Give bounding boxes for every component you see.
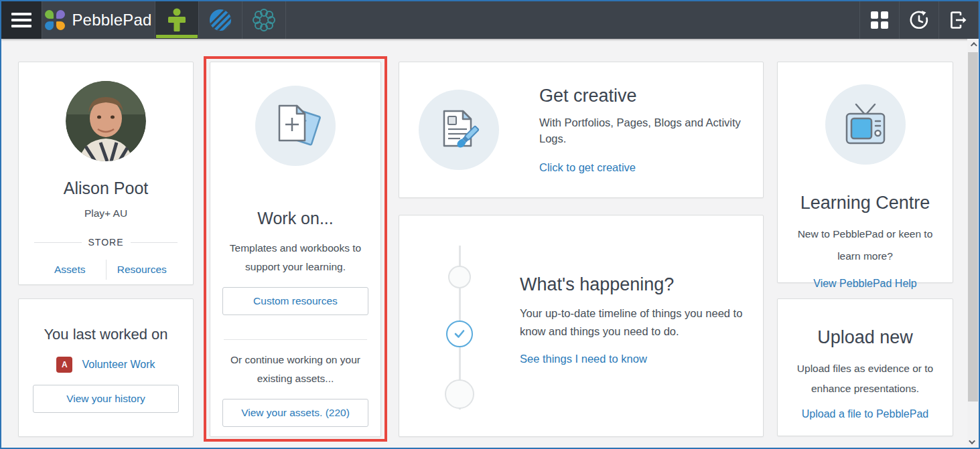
history-button[interactable] xyxy=(900,1,938,39)
learning-centre-description: New to PebblePad or keen to learn more? xyxy=(789,223,942,267)
work-on-description: Templates and workbooks to support your … xyxy=(222,239,369,276)
timeline-check-icon xyxy=(446,321,473,347)
work-on-card: Work on... Templates and workbooks to su… xyxy=(210,62,381,437)
get-creative-description: With Portfolios, Pages, Blogs and Activi… xyxy=(539,114,763,147)
scrollbar-thumb[interactable] xyxy=(968,52,978,401)
history-icon xyxy=(908,9,930,31)
plus-person-icon xyxy=(165,8,188,32)
pebblepad-logo-icon xyxy=(45,10,65,30)
profile-card: Alison Poot Play+ AU STORE Assets Resour… xyxy=(18,62,194,285)
work-on-or-text: Or continue working on your existing ass… xyxy=(222,351,369,388)
whats-happening-card: What's happening? Your up-to-date timeli… xyxy=(399,215,764,437)
pebblepad-dashboard: PebblePad xyxy=(0,0,980,449)
get-creative-card: Get creative With Portfolios, Pages, Blo… xyxy=(399,62,764,198)
last-worked-card: You last worked on A Volunteer Work View… xyxy=(18,298,194,437)
timeline-dot xyxy=(445,379,474,409)
scroll-down-icon[interactable] xyxy=(967,436,979,448)
brand-name: PebblePad xyxy=(72,11,151,29)
top-navbar: PebblePad xyxy=(1,1,979,39)
learning-centre-title: Learning Centre xyxy=(800,193,930,213)
apps-grid-button[interactable] xyxy=(860,1,899,39)
store-label: STORE xyxy=(88,237,124,248)
hamburger-icon xyxy=(11,13,31,15)
logout-button[interactable] xyxy=(939,1,978,39)
vertical-scrollbar[interactable] xyxy=(967,39,979,448)
whats-happening-description: Your up-to-date timeline of things you n… xyxy=(520,304,748,341)
pebblepad-help-link[interactable]: View PebblePad Help xyxy=(813,278,916,290)
get-creative-link[interactable]: Click to get creative xyxy=(539,161,636,174)
assets-link[interactable]: Assets xyxy=(54,264,86,275)
tab-flourish[interactable] xyxy=(242,1,285,39)
see-things-link[interactable]: See things I need to know xyxy=(520,353,647,365)
upload-new-title: Upload new xyxy=(817,327,913,348)
profile-name: Alison Poot xyxy=(64,179,148,198)
flower-ring-icon xyxy=(252,8,276,32)
view-history-button[interactable]: View your history xyxy=(33,385,179,413)
learning-centre-icon-circle xyxy=(825,84,906,165)
store-divider: STORE xyxy=(34,237,178,248)
upload-file-link[interactable]: Upload a file to PebblePad xyxy=(802,408,928,420)
avatar[interactable] xyxy=(66,81,146,161)
logout-icon xyxy=(949,10,969,30)
scroll-up-icon[interactable] xyxy=(967,39,979,50)
pebblepad-brand[interactable]: PebblePad xyxy=(42,1,155,39)
whats-happening-title: What's happening? xyxy=(520,274,674,295)
upload-new-description: Upload files as evidence or to enhance p… xyxy=(788,359,943,399)
get-creative-icon-circle xyxy=(419,90,499,170)
resources-link[interactable]: Resources xyxy=(117,264,167,275)
learning-centre-card: Learning Centre New to PebblePad or keen… xyxy=(777,62,953,283)
timeline-dot xyxy=(448,266,471,288)
volunteer-work-link[interactable]: Volunteer Work xyxy=(82,359,155,371)
navbar-right-actions xyxy=(859,1,979,39)
last-worked-title: You last worked on xyxy=(44,326,167,343)
tab-pebble-plus[interactable] xyxy=(155,1,198,39)
document-paintbrush-icon xyxy=(433,104,484,155)
hamburger-menu-button[interactable] xyxy=(1,1,42,39)
view-assets-button[interactable]: View your assets. (220) xyxy=(222,399,368,427)
upload-new-card: Upload new Upload files as evidence or t… xyxy=(777,298,953,436)
divider xyxy=(224,339,367,340)
custom-resources-button[interactable]: Custom resources xyxy=(222,287,368,315)
tab-atlas[interactable] xyxy=(199,1,242,39)
asset-type-badge: A xyxy=(56,357,72,373)
work-on-icon-circle xyxy=(255,86,336,166)
work-on-title: Work on... xyxy=(257,209,333,228)
profile-region: Play+ AU xyxy=(84,207,127,219)
new-document-icon xyxy=(270,100,321,151)
get-creative-title: Get creative xyxy=(539,86,637,106)
tv-icon xyxy=(839,99,892,150)
timeline-graphic xyxy=(445,246,474,410)
grid-icon xyxy=(869,10,890,30)
striped-globe-icon xyxy=(208,8,232,32)
